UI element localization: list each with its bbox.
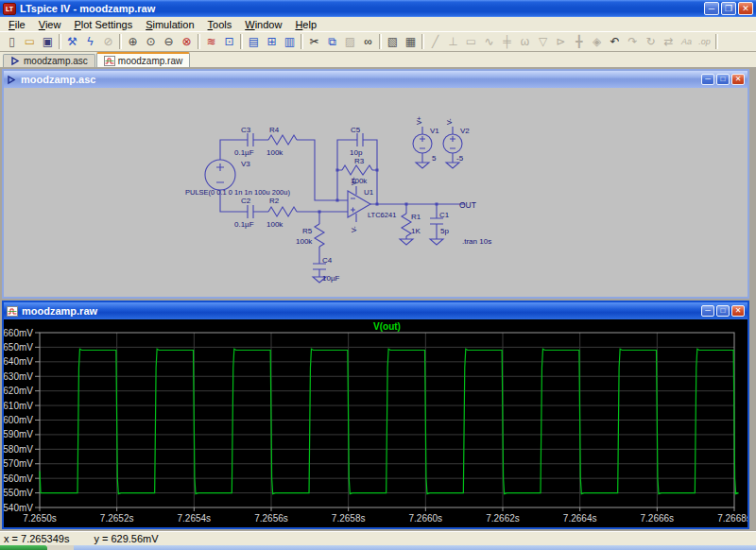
zoom-full-extents-button[interactable]: ⊗ (178, 33, 196, 51)
place-inductor-icon: ω (521, 36, 529, 47)
restore-button[interactable]: ❐ (721, 2, 736, 15)
schematic-text: PULSE(0 0.1 0 1n 1n 100u 200u) (185, 188, 290, 197)
new-schematic-button[interactable]: ▯ (3, 33, 21, 51)
component-R4[interactable] (268, 135, 297, 145)
print-button[interactable]: ▦ (402, 33, 420, 51)
x-tick-label: 7.2652s (100, 513, 134, 524)
plot-settings-button[interactable]: ⊡ (220, 33, 238, 51)
zoom-out-button[interactable]: ⊖ (160, 33, 178, 51)
zoom-in-icon: ⊕ (128, 36, 137, 47)
cursor-x-readout: x = 7.265349s (4, 533, 69, 544)
waveform-window-titlebar[interactable]: moodzamp.raw ─ □ ✕ (4, 302, 747, 319)
maximize-button[interactable]: □ (716, 305, 730, 317)
waveform-doc-icon (104, 56, 115, 66)
schematic-doc-icon (10, 56, 21, 66)
menu-file[interactable]: File (2, 19, 32, 30)
component-V1[interactable] (413, 134, 432, 153)
export-button[interactable]: ▧ (384, 33, 402, 51)
y-tick-label: 550mV (4, 488, 33, 498)
minimize-button[interactable]: ─ (701, 74, 714, 85)
component-V2[interactable] (443, 134, 462, 153)
tile-vertically-button[interactable]: ▥ (281, 33, 299, 51)
component-V3[interactable] (205, 160, 235, 190)
minimize-button[interactable]: ─ (704, 2, 719, 15)
close-button[interactable]: ✕ (738, 2, 753, 15)
tab-label: moodzamp.raw (118, 56, 182, 66)
schematic-text: C4 (322, 256, 333, 265)
component-R5[interactable] (315, 224, 324, 247)
drag-button: ◈ (588, 33, 606, 51)
x-tick-label: 7.2658s (332, 513, 366, 524)
schematic-text: C3 (241, 126, 251, 134)
cut-button[interactable]: ✂ (305, 33, 323, 51)
find-button[interactable]: ∞ (359, 33, 377, 51)
y-tick-label: 580mV (4, 444, 33, 455)
plot-settings-icon: ⊡ (224, 36, 233, 47)
cascade-windows-button[interactable]: ⊞ (263, 33, 281, 51)
menu-tools[interactable]: Tools (201, 19, 239, 30)
autorange-y-button[interactable]: ≋ (202, 33, 220, 51)
x-tick-label: 7.2654s (178, 513, 212, 524)
schematic-text: V- (351, 226, 357, 232)
close-button[interactable]: ✕ (731, 305, 745, 317)
trace-legend: V(out) (373, 321, 401, 332)
cursor-y-readout: y = 629.56mV (94, 533, 158, 544)
menu-simulation[interactable]: Simulation (139, 19, 200, 30)
redo-button: ↷ (624, 33, 642, 51)
component-R1[interactable] (402, 214, 411, 236)
toolbar: ▯▭▣⚒ϟ⊘⊕⊙⊖⊗≋⊡▤⊞▥✂⧉▨∞▧▦╱⊥▭∿╪ω▽⊳╋◈↶↷↻⇄Aa.op (0, 31, 756, 52)
toolbar-separator (421, 34, 424, 49)
minimize-button[interactable]: ─ (701, 305, 714, 317)
schematic-text: 100k (266, 220, 284, 229)
component-R2[interactable] (268, 207, 297, 216)
schematic-text: C5 (351, 126, 361, 134)
junction-dots (318, 169, 438, 214)
component-C2[interactable] (248, 205, 253, 218)
start-button-fragment[interactable] (0, 545, 47, 550)
titlebar[interactable]: LT LTspice IV - moodzamp.raw ─ ❐ ✕ (0, 0, 756, 17)
save-icon: ▣ (43, 36, 53, 47)
halt-button: ⊘ (99, 33, 117, 51)
tab-moodzamp-asc[interactable]: moodzamp.asc (3, 54, 95, 67)
schematic-window-titlebar[interactable]: moodzamp.asc ─ □ ✕ (4, 71, 747, 88)
zoom-in-button[interactable]: ⊕ (124, 33, 142, 51)
schematic-text: V1 (430, 127, 439, 135)
toolbar-separator (59, 34, 61, 49)
y-tick-label: 620mV (4, 386, 33, 396)
schematic-canvas[interactable]: C30.1µFR4100kC20.1µFR2100kV3PULSE(0 0.1 … (4, 88, 747, 297)
toolbar-separator (119, 34, 122, 49)
y-tick-label: 570mV (4, 458, 33, 469)
component-C5[interactable] (357, 133, 363, 146)
menu-plot-settings[interactable]: Plot Settings (67, 19, 139, 30)
place-component-icon: ⊳ (556, 36, 565, 47)
tab-moodzamp-raw[interactable]: moodzamp.raw (96, 52, 190, 67)
save-button[interactable]: ▣ (39, 33, 57, 51)
menu-help[interactable]: Help (288, 19, 323, 30)
run-button[interactable]: ϟ (81, 33, 99, 51)
component-C3[interactable] (248, 133, 253, 146)
x-tick-label: 7.2662s (486, 513, 520, 524)
close-button[interactable]: ✕ (731, 74, 745, 85)
ground-symbols (313, 163, 459, 283)
maximize-button[interactable]: □ (716, 74, 730, 85)
window-title: LTspice IV - moodzamp.raw (20, 3, 155, 14)
copy-button[interactable]: ⧉ (323, 33, 341, 51)
schematic-text: V+ (351, 177, 357, 185)
menu-window[interactable]: Window (238, 19, 288, 30)
schematic-text: LTC6241 (368, 211, 396, 219)
y-tick-label: 590mV (4, 429, 33, 439)
find-icon: ∞ (364, 36, 372, 47)
y-tick-label: 600mV (4, 415, 33, 425)
waveform-pane[interactable]: 660mV650mV640mV630mV620mV610mV600mV590mV… (4, 319, 747, 527)
undo-button[interactable]: ↶ (606, 33, 624, 51)
zoom-area-button[interactable]: ⊙ (142, 33, 160, 51)
vout-trace (40, 349, 738, 493)
component-R3[interactable] (342, 165, 372, 175)
schematic-text: V2 (460, 127, 470, 135)
menu-view[interactable]: View (32, 19, 68, 30)
tile-horizontally-button[interactable]: ▤ (245, 33, 263, 51)
status-bar: x = 7.265349s y = 629.56mV (0, 531, 756, 545)
open-button[interactable]: ▭ (21, 33, 39, 51)
control-panel-button[interactable]: ⚒ (63, 33, 81, 51)
place-ground-button: ⊥ (444, 33, 462, 51)
